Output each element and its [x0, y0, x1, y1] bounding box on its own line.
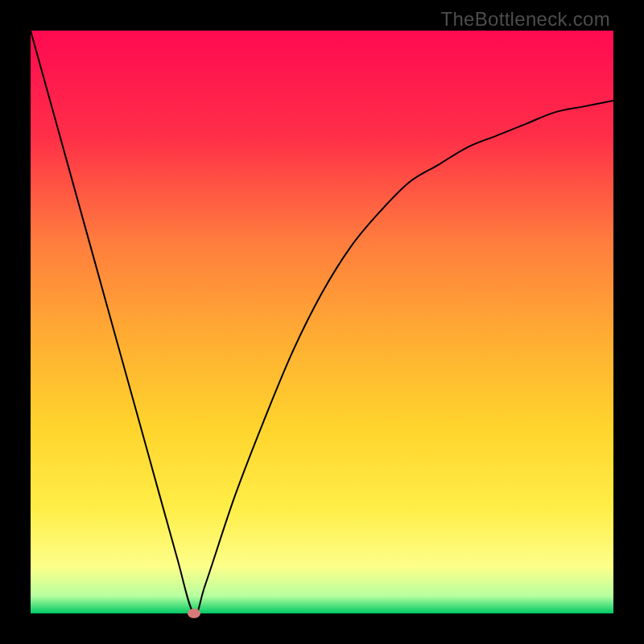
plot-area: [31, 31, 613, 613]
minimum-marker: [188, 609, 200, 618]
chart-frame: TheBottleneck.com: [0, 0, 644, 644]
watermark-text: TheBottleneck.com: [440, 8, 610, 31]
bottleneck-curve: [31, 31, 613, 613]
